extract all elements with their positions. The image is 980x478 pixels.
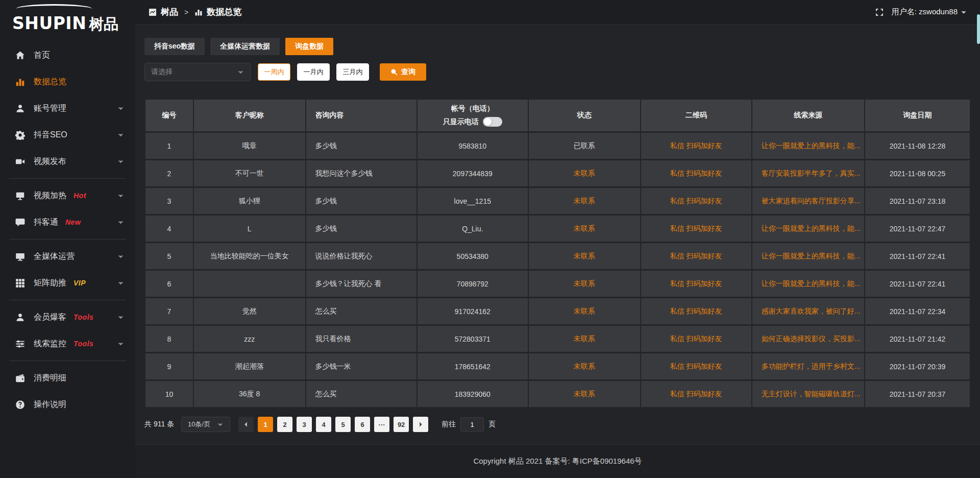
logo[interactable]: SHUPIN 树品 bbox=[0, 3, 135, 35]
sidebar-item-home[interactable]: 首页 bbox=[0, 42, 135, 68]
sidebar-divider bbox=[9, 300, 126, 300]
cell-qr-link[interactable]: 私信 扫码加好友 bbox=[641, 243, 751, 269]
fullscreen-icon[interactable] bbox=[875, 8, 884, 16]
sidebar-item-account-management[interactable]: 账号管理 bbox=[0, 95, 135, 122]
sidebar-item-badge: Tools bbox=[74, 313, 93, 321]
cell-qr-link[interactable]: 私信 扫码加好友 bbox=[641, 188, 751, 214]
goto-label: 前往 bbox=[442, 420, 456, 429]
user-menu[interactable]: 用户名: zswodun88 bbox=[892, 7, 967, 17]
sidebar-item-consumption-detail[interactable]: 消费明细 bbox=[0, 365, 135, 391]
cell-account: 917024162 bbox=[418, 298, 528, 324]
sidebar-item-video-heating[interactable]: 视频加热Hot bbox=[0, 182, 135, 209]
sidebar-item-badge: VIP bbox=[74, 279, 86, 287]
breadcrumb-root[interactable]: 树品 bbox=[161, 6, 178, 18]
chart-bar-icon bbox=[15, 77, 25, 87]
sidebar-item-data-overview[interactable]: 数据总览 bbox=[0, 68, 135, 95]
cell-date: 2021-11-08 00:25 bbox=[865, 160, 970, 186]
cell-status: 未联系 bbox=[529, 160, 640, 186]
cell-qr-link[interactable]: 私信 扫码加好友 bbox=[641, 381, 751, 407]
sidebar-item-label: 首页 bbox=[34, 50, 50, 61]
sidebar-menu: 首页数据总览账号管理抖音SEO视频发布视频加热Hot抖客通New全媒体运营矩阵助… bbox=[0, 42, 135, 418]
sidebar-item-douyin-seo[interactable]: 抖音SEO bbox=[0, 122, 135, 148]
table-row: 5当地比较能吃的一位美女说说价格让我死心50534380未联系私信 扫码加好友让… bbox=[145, 243, 970, 269]
table-row: 1036度 8怎么买183929060未联系私信 扫码加好友无主灯设计，智能磁吸… bbox=[145, 381, 970, 407]
inquiry-table: 编号客户昵称咨询内容帐号（电话）只显示电话状态二维码线索来源询盘日期 1哦章多少… bbox=[144, 98, 971, 409]
scrollbar-thumb[interactable] bbox=[977, 14, 980, 44]
tab-omni-media-data[interactable]: 全媒体运营数据 bbox=[210, 38, 280, 55]
cell-qr-link[interactable]: 私信 扫码加好友 bbox=[641, 216, 751, 242]
phone-only-toggle[interactable] bbox=[483, 117, 502, 127]
query-button[interactable]: 查询 bbox=[380, 63, 426, 81]
chevron-down-icon bbox=[117, 341, 124, 347]
page-button-1[interactable]: 1 bbox=[258, 417, 273, 432]
page-button-3[interactable]: 3 bbox=[297, 417, 312, 432]
sidebar-item-label: 会员爆客 bbox=[34, 312, 66, 323]
cell-no: 7 bbox=[145, 298, 193, 324]
column-header-label: 帐号（电话） bbox=[418, 104, 528, 113]
cell-account: 183929060 bbox=[418, 381, 528, 407]
range-button-one-month[interactable]: 一月内 bbox=[297, 63, 330, 81]
cell-no: 9 bbox=[145, 353, 193, 379]
cell-nickname: L bbox=[194, 216, 305, 242]
sidebar-item-matrix-boost[interactable]: 矩阵助推VIP bbox=[0, 270, 135, 296]
cell-source-link[interactable]: 多功能护栏灯，适用于乡村文... bbox=[752, 353, 864, 379]
cell-qr-link[interactable]: 私信 扫码加好友 bbox=[641, 160, 751, 186]
sidebar-item-label: 全媒体运营 bbox=[34, 251, 75, 262]
tab-inquiry-data[interactable]: 询盘数据 bbox=[285, 38, 333, 55]
cell-date: 2021-11-08 12:28 bbox=[865, 133, 970, 159]
cell-qr-link[interactable]: 私信 扫码加好友 bbox=[641, 133, 751, 159]
goto-page-input[interactable] bbox=[460, 417, 484, 432]
cell-source-link[interactable]: 让你一眼就爱上的黑科技，能... bbox=[752, 216, 864, 242]
cell-source-link[interactable]: 客厅安装投影半年多了，真实... bbox=[752, 160, 864, 186]
cell-source-link[interactable]: 让你一眼就爱上的黑科技，能... bbox=[752, 243, 864, 269]
cell-no: 6 bbox=[145, 271, 193, 297]
breadcrumb-separator: > bbox=[184, 8, 188, 16]
cell-content: 说说价格让我死心 bbox=[306, 243, 416, 269]
sidebar-item-label: 视频发布 bbox=[34, 156, 66, 167]
sidebar-item-video-publish[interactable]: 视频发布 bbox=[0, 148, 135, 175]
cell-qr-link[interactable]: 私信 扫码加好友 bbox=[641, 271, 751, 297]
page-size-select[interactable]: 10条/页 bbox=[181, 417, 230, 432]
sidebar-item-omni-media[interactable]: 全媒体运营 bbox=[0, 243, 135, 270]
cell-source-link[interactable]: 如何正确选择投影仪，买投影... bbox=[752, 326, 864, 352]
cell-date: 2021-11-07 20:39 bbox=[865, 353, 970, 379]
next-page-button[interactable] bbox=[413, 417, 428, 432]
search-icon bbox=[390, 68, 398, 76]
page-button-5[interactable]: 5 bbox=[335, 417, 351, 432]
column-header: 咨询内容 bbox=[306, 100, 416, 131]
cell-qr-link[interactable]: 私信 扫码加好友 bbox=[641, 298, 751, 324]
page-button-2[interactable]: 2 bbox=[277, 417, 292, 432]
sidebar-item-operation-guide[interactable]: 操作说明 bbox=[0, 391, 135, 418]
sidebar-item-douketong[interactable]: 抖客通New bbox=[0, 209, 135, 235]
range-button-three-months[interactable]: 三月内 bbox=[336, 63, 369, 81]
cell-qr-link[interactable]: 私信 扫码加好友 bbox=[641, 353, 751, 379]
scrollbar[interactable] bbox=[977, 0, 980, 478]
cell-source-link[interactable]: 让你一眼就爱上的黑科技，能... bbox=[752, 271, 864, 297]
sidebar-item-label: 消费明细 bbox=[34, 373, 66, 384]
filter-bar: 请选择 一周内一月内三月内 查询 bbox=[144, 63, 971, 81]
cell-account: Q_Liu. bbox=[418, 216, 528, 242]
page-button-6[interactable]: 6 bbox=[355, 417, 370, 432]
page-button-4[interactable]: 4 bbox=[316, 417, 331, 432]
cell-qr-link[interactable]: 私信 扫码加好友 bbox=[641, 326, 751, 352]
prev-page-button[interactable] bbox=[238, 417, 254, 432]
cell-no: 3 bbox=[145, 188, 193, 214]
table-body: 1哦章多少钱9583810已联系私信 扫码加好友让你一眼就爱上的黑科技，能...… bbox=[145, 133, 970, 407]
sidebar-item-member-baoke[interactable]: 会员爆客Tools bbox=[0, 304, 135, 330]
chevron-down-icon bbox=[117, 219, 124, 226]
sidebar-item-clue-monitor[interactable]: 线索监控Tools bbox=[0, 330, 135, 357]
filter-select[interactable]: 请选择 bbox=[144, 63, 251, 81]
page-ellipsis-button[interactable]: ··· bbox=[374, 417, 389, 432]
cell-content: 怎么买 bbox=[306, 298, 416, 324]
cell-source-link[interactable]: 无主灯设计，智能磁吸轨道灯... bbox=[752, 381, 864, 407]
phone-toggle-row: 只显示电话 bbox=[418, 117, 528, 127]
cell-source-link[interactable]: 被大家追着问的客厅投影分享... bbox=[752, 188, 864, 214]
chevron-down-icon bbox=[237, 69, 244, 76]
page-suffix: 页 bbox=[488, 420, 496, 429]
cell-source-link[interactable]: 让你一眼就爱上的黑科技，能... bbox=[752, 133, 864, 159]
page-button-92[interactable]: 92 bbox=[394, 417, 409, 432]
range-button-one-week[interactable]: 一周内 bbox=[258, 63, 290, 81]
tab-douyin-seo-data[interactable]: 抖音seo数据 bbox=[144, 38, 205, 55]
cell-source-link[interactable]: 感谢大家喜欢我家，被问了好... bbox=[752, 298, 864, 324]
cell-no: 1 bbox=[145, 133, 193, 159]
